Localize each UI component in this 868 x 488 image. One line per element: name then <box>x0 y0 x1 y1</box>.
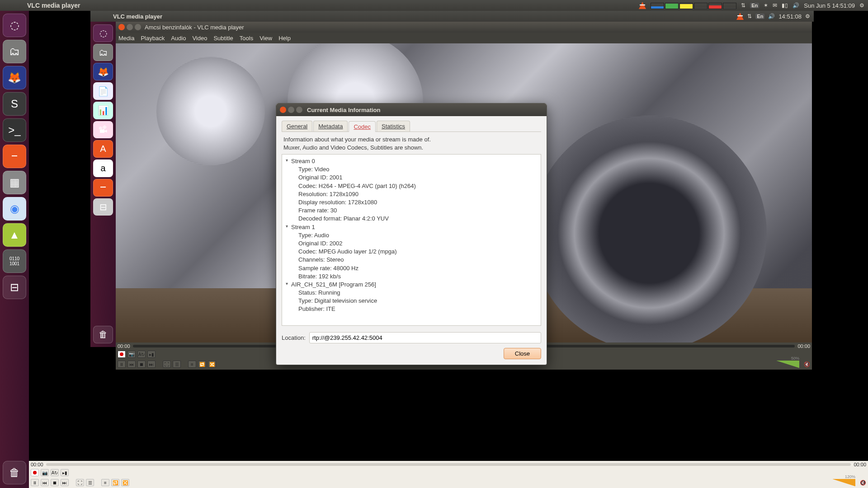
loop-ab-button-outer[interactable]: A↻ <box>51 469 59 476</box>
sublime-icon[interactable]: S <box>3 92 26 116</box>
record-button-outer[interactable] <box>31 469 39 476</box>
impress-icon-inner[interactable]: 📽 <box>93 121 113 139</box>
seek-slider-outer[interactable] <box>46 463 851 466</box>
volume-slider-outer[interactable]: 120% <box>833 479 855 486</box>
time-total-inner[interactable]: 00:00 <box>797 343 810 349</box>
stream-1-header[interactable]: Stream 1 <box>286 223 537 231</box>
software-center-icon-inner[interactable]: A <box>93 140 113 158</box>
shuffle-button[interactable]: 🔀 <box>208 361 216 368</box>
program-header[interactable]: AIR_CH_521_6M [Program 256] <box>286 281 537 289</box>
time-elapsed-inner[interactable]: 00:00 <box>118 343 130 349</box>
time-total-outer[interactable]: 00:00 <box>854 462 866 467</box>
dialog-close-icon[interactable] <box>280 107 286 113</box>
tab-metadata[interactable]: Metadata <box>313 121 348 131</box>
extended-settings-button[interactable]: ☰ <box>173 361 181 368</box>
vlc-icon-inner[interactable] <box>93 179 113 197</box>
dash-icon[interactable]: ◌ <box>3 14 26 37</box>
network-icon[interactable]: ⇅ <box>741 2 745 9</box>
binary-editor-icon[interactable]: 01101001 <box>3 249 26 273</box>
tab-codec[interactable]: Codec <box>349 121 376 132</box>
bluetooth-icon[interactable]: ✶ <box>764 2 768 9</box>
keyboard-indicator[interactable]: En <box>750 3 759 8</box>
window-close-icon[interactable] <box>118 24 125 30</box>
dialog-maximize-icon[interactable] <box>296 107 302 113</box>
messages-icon[interactable]: ✉ <box>773 2 777 9</box>
snapshot-button-outer[interactable]: 📷 <box>41 469 49 476</box>
frame-step-button-outer[interactable]: ▸▮ <box>61 469 69 476</box>
terminal-icon[interactable]: >_ <box>3 118 26 142</box>
dialog-titlebar[interactable]: Current Media Information <box>276 103 547 116</box>
previous-button[interactable]: ⏮ <box>127 361 136 368</box>
vlc-icon[interactable] <box>3 145 26 168</box>
clock-inner[interactable]: 14:51:08 <box>778 13 802 20</box>
window-minimize-icon[interactable] <box>127 24 133 30</box>
shuffle-button-outer[interactable]: 🔀 <box>121 479 129 486</box>
trash-icon[interactable]: 🗑 <box>3 461 26 484</box>
calc-icon-inner[interactable]: 📊 <box>93 102 113 119</box>
record-button[interactable] <box>118 351 126 358</box>
writer-icon-inner[interactable]: 📄 <box>93 82 113 100</box>
codec-tree[interactable]: Stream 0 Type: Video Original ID: 2001 C… <box>282 154 541 326</box>
loop-button[interactable]: 🔁 <box>198 361 206 368</box>
keyboard-indicator-inner[interactable]: En <box>755 14 764 19</box>
volume-icon-inner[interactable]: 🔊 <box>768 13 775 19</box>
disk-icon[interactable]: ⊟ <box>3 276 26 299</box>
android-studio-icon[interactable]: ▲ <box>3 223 26 247</box>
menu-view[interactable]: View <box>259 35 272 42</box>
stream-0-header[interactable]: Stream 0 <box>286 157 537 165</box>
menu-tools[interactable]: Tools <box>240 35 253 42</box>
snapshot-button[interactable]: 📷 <box>127 351 136 358</box>
previous-button-outer[interactable]: ⏮ <box>41 479 49 486</box>
system-monitor-applet[interactable] <box>651 2 736 9</box>
fullscreen-button-outer[interactable]: ⛶ <box>76 479 84 486</box>
stop-button-outer[interactable]: ⏹ <box>51 479 59 486</box>
session-gear-icon-inner[interactable]: ⚙ <box>805 13 810 19</box>
dialog-minimize-icon[interactable] <box>288 107 294 113</box>
vlc-tray-icon[interactable] <box>639 2 646 9</box>
menu-help[interactable]: Help <box>278 35 291 42</box>
pause-button[interactable]: ⏸ <box>118 361 126 368</box>
mute-icon-inner[interactable]: 🔇 <box>804 361 810 367</box>
menu-audio[interactable]: Audio <box>171 35 186 42</box>
pause-button-outer[interactable]: ⏸ <box>31 479 39 486</box>
vlc-titlebar[interactable]: Amcsi benzinfalók - VLC media player <box>116 22 812 33</box>
window-maximize-icon[interactable] <box>135 24 141 30</box>
location-input[interactable] <box>309 332 541 343</box>
clock[interactable]: Sun Jun 5 14:51:09 <box>804 2 855 9</box>
mute-icon-outer[interactable]: 🔇 <box>860 480 866 486</box>
menu-playback[interactable]: Playback <box>141 35 165 42</box>
fullscreen-button[interactable]: ⛶ <box>163 361 171 368</box>
disk-icon-inner[interactable]: ⊟ <box>93 198 113 216</box>
menu-subtitle[interactable]: Subtitle <box>213 35 233 42</box>
network-icon-inner[interactable]: ⇅ <box>747 13 752 19</box>
close-button[interactable]: Close <box>504 348 541 359</box>
firefox-icon[interactable]: 🦊 <box>3 66 26 89</box>
extended-settings-button-outer[interactable]: ☰ <box>86 479 94 486</box>
loop-button-outer[interactable]: 🔁 <box>111 479 119 486</box>
menu-media[interactable]: Media <box>118 35 134 42</box>
time-elapsed-outer[interactable]: 00:00 <box>31 462 43 467</box>
loop-ab-button[interactable]: A↻ <box>137 351 146 358</box>
volume-slider-inner[interactable]: 50% <box>777 361 799 368</box>
frame-step-button[interactable]: ▸▮ <box>147 351 156 358</box>
trash-icon-inner[interactable]: 🗑 <box>93 326 113 343</box>
battery-icon[interactable]: ▮▯ <box>782 2 788 9</box>
session-gear-icon[interactable]: ⚙ <box>859 2 864 9</box>
chromium-icon[interactable]: ◉ <box>3 197 26 221</box>
amazon-icon-inner[interactable]: a <box>93 160 113 177</box>
dash-icon-inner[interactable]: ◌ <box>93 24 113 42</box>
playlist-button[interactable]: ≡ <box>188 361 196 368</box>
files-icon[interactable]: 🗂 <box>3 40 26 63</box>
menu-video[interactable]: Video <box>192 35 207 42</box>
calculator-icon[interactable]: ▦ <box>3 171 26 194</box>
files-icon-inner[interactable]: 🗂 <box>93 44 113 61</box>
next-button-outer[interactable]: ⏭ <box>61 479 69 486</box>
vlc-tray-icon-inner[interactable] <box>736 13 744 20</box>
next-button[interactable]: ⏭ <box>147 361 156 368</box>
firefox-icon-inner[interactable]: 🦊 <box>93 63 113 80</box>
playlist-button-outer[interactable]: ≡ <box>101 479 109 486</box>
tab-statistics[interactable]: Statistics <box>377 121 410 131</box>
stop-button[interactable]: ⏹ <box>137 361 146 368</box>
volume-icon[interactable]: 🔊 <box>793 2 799 9</box>
tab-general[interactable]: General <box>282 121 312 131</box>
